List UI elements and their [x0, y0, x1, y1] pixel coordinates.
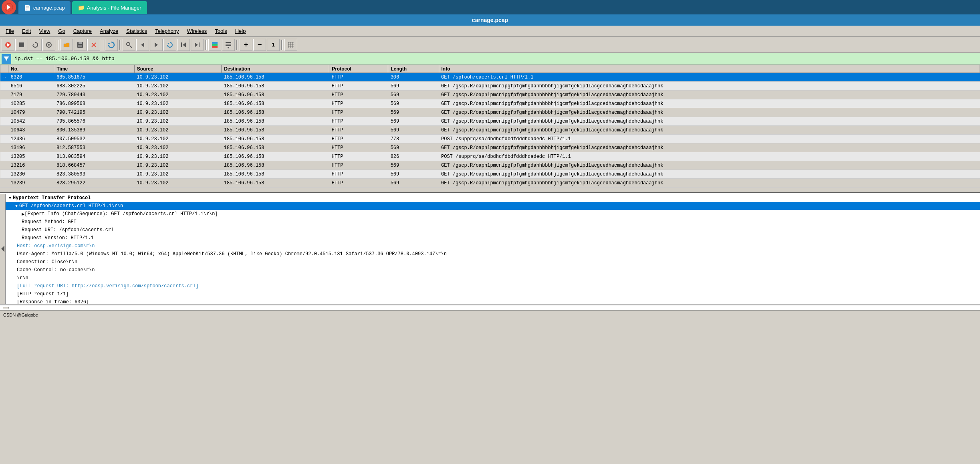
menu-statistics[interactable]: Statistics — [122, 27, 151, 35]
row-arrow — [0, 82, 8, 91]
detail-row[interactable]: Host: ocsp.verisign.com\r\n — [6, 242, 980, 250]
cell-dst: 185.106.96.158 — [222, 91, 329, 99]
pane-resize-handle[interactable] — [0, 194, 6, 304]
bottom-resize-handle[interactable] — [3, 307, 9, 309]
svg-marker-17 — [167, 43, 169, 44]
cell-src: 10.9.23.102 — [134, 161, 221, 170]
menu-telephony[interactable]: Telephony — [151, 27, 183, 35]
toolbar-zoom-in[interactable]: + — [240, 39, 252, 51]
detail-content: ▼Hypertext Transfer Protocol▼GET /spfooh… — [6, 194, 980, 304]
toolbar-back[interactable] — [136, 39, 149, 51]
packet-list[interactable]: No. Time Source Destination Protocol Len… — [0, 65, 980, 193]
toolbar-resize-columns[interactable] — [284, 39, 297, 51]
cell-time: 813.083594 — [54, 152, 134, 161]
toolbar-save[interactable] — [74, 39, 87, 51]
tab-carnage[interactable]: 📄 carnage.pcap — [18, 1, 71, 14]
table-row[interactable]: →6326685.85167510.9.23.102185.106.96.158… — [0, 73, 980, 82]
menu-help[interactable]: Help — [231, 27, 250, 35]
cell-time: 688.302225 — [54, 82, 134, 91]
table-row[interactable]: 13230823.38059310.9.23.102185.106.96.158… — [0, 170, 980, 179]
hex-dump — [0, 305, 980, 310]
detail-row[interactable]: [HTTP request 1/1] — [6, 290, 980, 298]
table-header-row: No. Time Source Destination Protocol Len… — [0, 65, 980, 73]
tab-folder-icon: 📁 — [78, 4, 85, 11]
detail-row[interactable]: ▼Hypertext Transfer Protocol — [6, 194, 980, 202]
menu-view[interactable]: View — [35, 27, 54, 35]
detail-row[interactable]: [Full request URI: http://ocsp.verisign.… — [6, 282, 980, 290]
window-title: carnage.pcap — [0, 14, 980, 26]
cell-proto: HTTP — [329, 170, 388, 179]
menu-file[interactable]: File — [2, 27, 18, 35]
toolbar-auto-scroll[interactable] — [222, 39, 235, 51]
table-row[interactable]: 13216818.66845710.9.23.102185.106.96.158… — [0, 161, 980, 170]
col-protocol[interactable]: Protocol — [329, 65, 388, 73]
cell-len: 569 — [388, 170, 439, 179]
table-row[interactable]: 12436807.50953210.9.23.102185.106.96.158… — [0, 135, 980, 143]
detail-row[interactable]: ▶ [Expert Info (Chat/Sequence): GET /spf… — [6, 210, 980, 218]
table-row[interactable]: 10643800.13538910.9.23.102185.106.96.158… — [0, 126, 980, 135]
toolbar-find[interactable] — [123, 39, 135, 51]
collapse-icon[interactable]: ▼ — [15, 204, 18, 208]
toolbar-options[interactable] — [42, 39, 55, 51]
table-row[interactable]: 10479790.74219510.9.23.102185.106.96.158… — [0, 108, 980, 117]
menu-wireless[interactable]: Wireless — [183, 27, 211, 35]
table-row[interactable]: 10542795.86557610.9.23.102185.106.96.158… — [0, 117, 980, 126]
toolbar-start-capture[interactable] — [2, 39, 14, 51]
filter-input[interactable] — [13, 56, 980, 62]
row-arrow — [0, 99, 8, 108]
toolbar-sep-2 — [102, 40, 103, 50]
col-source[interactable]: Source — [134, 65, 221, 73]
toolbar-colorize[interactable] — [208, 39, 221, 51]
toolbar-open[interactable] — [60, 39, 73, 51]
detail-row[interactable]: Cache-Control: no-cache\r\n — [6, 266, 980, 274]
table-row[interactable]: 10285786.89956810.9.23.102185.106.96.158… — [0, 99, 980, 108]
collapse-icon[interactable]: ▼ — [9, 196, 11, 200]
menu-tools[interactable]: Tools — [211, 27, 231, 35]
col-length[interactable]: Length — [388, 65, 439, 73]
toolbar-close[interactable] — [87, 39, 100, 51]
menu-edit[interactable]: Edit — [18, 27, 35, 35]
tab-analysis[interactable]: 📁 Analysis - File Manager — [72, 1, 147, 14]
cell-info: GET /gscp.R/oapnlpmcnipgfpfgmhgdahhbbbhj… — [439, 143, 980, 152]
cell-proto: HTTP — [329, 82, 388, 91]
cell-time: 790.742195 — [54, 108, 134, 117]
svg-marker-28 — [227, 47, 230, 48]
table-row[interactable]: 13196812.58755310.9.23.102185.106.96.158… — [0, 143, 980, 152]
detail-row[interactable]: User-Agent: Mozilla/5.0 (Windows NT 10.0… — [6, 250, 980, 258]
toolbar-forward[interactable] — [150, 39, 163, 51]
cell-time: 800.135389 — [54, 126, 134, 135]
detail-row[interactable]: Request Method: GET — [6, 218, 980, 226]
toolbar-reload[interactable] — [105, 39, 118, 51]
detail-row[interactable]: [Response in frame: 6326] — [6, 298, 980, 304]
toolbar-first[interactable] — [177, 39, 190, 51]
detail-row[interactable]: Connection: Close\r\n — [6, 258, 980, 266]
svg-rect-8 — [79, 42, 82, 44]
cell-proto: HTTP — [329, 117, 388, 126]
toolbar-go-to[interactable] — [163, 39, 176, 51]
toolbar-stop-capture[interactable] — [15, 39, 28, 51]
table-row[interactable]: 7179729.78944310.9.23.102185.106.96.158H… — [0, 91, 980, 99]
detail-row[interactable]: Request URI: /spfooh/cacerts.crl — [6, 226, 980, 234]
cell-src: 10.9.23.102 — [134, 179, 221, 188]
menu-analyze[interactable]: Analyze — [96, 27, 122, 35]
detail-row-text: \r\n — [17, 275, 28, 281]
table-row[interactable]: 13239828.29512210.9.23.102185.106.96.158… — [0, 179, 980, 188]
table-row[interactable]: 13205813.08359410.9.23.102185.106.96.158… — [0, 152, 980, 161]
toolbar-last[interactable] — [191, 39, 204, 51]
toolbar-restart-capture[interactable] — [29, 39, 42, 51]
cell-len: 569 — [388, 82, 439, 91]
menu-go[interactable]: Go — [54, 27, 69, 35]
cell-src: 10.9.23.102 — [134, 126, 221, 135]
toolbar-zoom-out[interactable]: − — [253, 39, 266, 51]
col-info[interactable]: Info — [439, 65, 980, 73]
col-destination[interactable]: Destination — [222, 65, 329, 73]
toolbar-zoom-reset[interactable]: 1 — [267, 39, 280, 51]
detail-row[interactable]: \r\n — [6, 274, 980, 282]
menu-capture[interactable]: Capture — [69, 27, 96, 35]
col-no[interactable]: No. — [8, 65, 54, 73]
detail-row[interactable]: ▼GET /spfooh/cacerts.crl HTTP/1.1\r\n — [6, 202, 980, 210]
cell-no: 7179 — [8, 91, 54, 99]
col-time[interactable]: Time — [54, 65, 134, 73]
detail-row[interactable]: Request Version: HTTP/1.1 — [6, 234, 980, 242]
table-row[interactable]: 6516688.30222510.9.23.102185.106.96.158H… — [0, 82, 980, 91]
